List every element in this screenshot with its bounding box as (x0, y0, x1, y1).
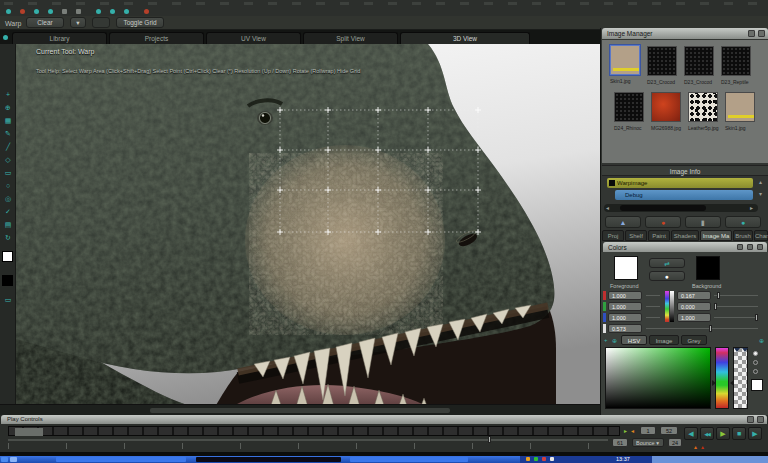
foreground-swatch[interactable] (2, 251, 13, 262)
play-controls-titlebar[interactable]: Play Controls (1, 415, 767, 424)
tray-icon[interactable] (550, 457, 554, 461)
tool-icon-rows[interactable]: ▤ (0, 221, 16, 229)
close-icon[interactable] (758, 30, 765, 37)
tab-projects[interactable]: Projects (109, 32, 204, 44)
thumbnail-crocodile[interactable] (684, 46, 714, 76)
thumbnail-skin1-selected[interactable] (610, 45, 640, 75)
slider-thumb[interactable] (717, 292, 720, 299)
menu-bar[interactable] (0, 0, 768, 8)
tool-icon[interactable] (124, 9, 129, 14)
green-value-field[interactable]: 1.000 (608, 302, 642, 311)
scrollbar-handle[interactable] (620, 205, 706, 211)
panel-tab-shaders[interactable]: Shaders (671, 230, 699, 241)
grey-mini-strip[interactable] (670, 291, 674, 322)
taskbar-item[interactable] (56, 457, 186, 462)
tool-icon-grid[interactable]: ▦ (0, 117, 16, 125)
tool-icon[interactable] (62, 9, 67, 14)
tool-icon[interactable] (48, 9, 53, 14)
tool-icon[interactable] (76, 9, 81, 14)
thumbnail-rhino[interactable] (614, 92, 644, 122)
layer-row-warpimage[interactable]: Warpimage (607, 178, 753, 188)
hue-strip[interactable] (715, 347, 729, 409)
minimize-icon[interactable] (747, 416, 754, 423)
play-button[interactable]: ▶ (716, 427, 730, 440)
tool-icon-check[interactable]: ✓ (0, 208, 16, 216)
taskbar-item[interactable] (350, 457, 468, 462)
red-value-field[interactable]: 1.000 (608, 291, 642, 300)
alpha-slider[interactable] (646, 328, 758, 329)
thumbnail-crocodile[interactable] (647, 46, 677, 76)
start-button[interactable] (1, 457, 8, 462)
picker-settings-icon[interactable]: ⊕ (759, 337, 764, 344)
panel-tab-paint[interactable]: Paint (648, 230, 670, 241)
close-icon[interactable] (757, 416, 764, 423)
loop-mode-dropdown[interactable]: Bounce ▾ (632, 438, 664, 447)
toggle-grid-button[interactable]: Toggle Grid (116, 17, 164, 28)
remove-image-button[interactable]: ● (645, 216, 681, 228)
tool-icon-ring[interactable]: ◎ (0, 195, 16, 203)
panel-tab-proj[interactable]: Proj (602, 230, 624, 241)
slider-thumb[interactable] (709, 325, 712, 332)
panel-button[interactable] (747, 244, 753, 250)
alpha-strip[interactable] (733, 347, 748, 409)
tool-icon-rotate[interactable]: ↻ (0, 234, 16, 242)
viewport-3d[interactable]: Current Tool: Warp Tool Help: Select War… (16, 44, 600, 404)
info-hscrollbar[interactable]: ◂ ▸ (604, 204, 758, 212)
hue-mini-strip[interactable] (665, 291, 669, 322)
add-image-button[interactable]: ● (725, 216, 761, 228)
value-value-field[interactable]: 1.000 (677, 313, 711, 322)
background-color-swatch[interactable] (696, 256, 720, 280)
picker-radio-3[interactable] (753, 369, 758, 374)
tool-icon-circle[interactable]: ○ (0, 182, 16, 189)
green-slider[interactable] (646, 306, 660, 307)
step-forward-button[interactable]: ▶ (748, 427, 762, 440)
picker-radio-2[interactable] (753, 360, 758, 365)
saturation-value-field[interactable]: 0.000 (677, 302, 711, 311)
value-slider[interactable] (714, 317, 758, 318)
blue-value-field[interactable]: 1.000 (608, 313, 642, 322)
tool-icon-rect[interactable]: ▭ (0, 169, 16, 177)
picker-radio-1[interactable] (753, 351, 758, 356)
mode-tab-grey[interactable]: Grey (681, 335, 707, 345)
frame-end-field[interactable]: 52 (660, 426, 678, 435)
tab-3d-view[interactable]: 3D View (400, 32, 530, 44)
slider-thumb[interactable] (488, 436, 491, 443)
tool-icon-pencil[interactable]: ✎ (0, 130, 16, 138)
thumbnail-leather[interactable] (688, 92, 718, 122)
tray-icon[interactable] (534, 457, 538, 461)
frame-start-field[interactable]: 1 (640, 426, 656, 435)
disabled-button[interactable] (92, 17, 110, 28)
panel-tab-image-manager[interactable]: Image Ma (700, 230, 732, 241)
tray-icon[interactable] (542, 457, 546, 461)
hue-value-field[interactable]: 0.167 (677, 291, 711, 300)
image-manager-titlebar[interactable]: Image Manager (602, 28, 768, 39)
tool-icon[interactable] (110, 9, 115, 14)
blue-slider[interactable] (646, 317, 660, 318)
scrollbar-handle[interactable] (150, 408, 450, 413)
tool-icon[interactable] (6, 9, 11, 14)
clear-button[interactable]: Clear (26, 17, 64, 28)
tab-split-view[interactable]: Split View (303, 32, 398, 44)
rewind-button[interactable]: ◀◀ (700, 427, 714, 440)
tool-icon-shape[interactable]: ◇ (0, 156, 16, 164)
close-icon[interactable] (757, 244, 763, 250)
swap-colors-button[interactable]: ⇄ (649, 258, 685, 268)
panel-tab-brush[interactable]: Brush (733, 230, 753, 241)
current-frame-block[interactable] (15, 428, 43, 436)
key-back-icon[interactable]: ◂ (631, 427, 634, 434)
tool-icon-line[interactable]: ╱ (0, 143, 16, 151)
key-forward-icon[interactable]: ▸ (624, 427, 627, 434)
scroll-right-icon[interactable]: ▸ (750, 204, 753, 211)
timeline[interactable] (8, 426, 620, 436)
taskbar-widget[interactable] (652, 456, 768, 463)
tool-icon-frame[interactable]: ▭ (0, 296, 16, 304)
warp-dropdown[interactable]: ▾ (70, 17, 86, 28)
tool-icon[interactable] (96, 9, 101, 14)
background-swatch[interactable] (2, 275, 13, 286)
minimize-icon[interactable] (748, 30, 755, 37)
quick-launch-icon[interactable] (10, 457, 17, 462)
thumbnail-skin1[interactable] (725, 92, 755, 122)
tab-uv-view[interactable]: UV View (206, 32, 301, 44)
tool-icon[interactable] (144, 9, 149, 14)
red-slider[interactable] (646, 295, 660, 296)
